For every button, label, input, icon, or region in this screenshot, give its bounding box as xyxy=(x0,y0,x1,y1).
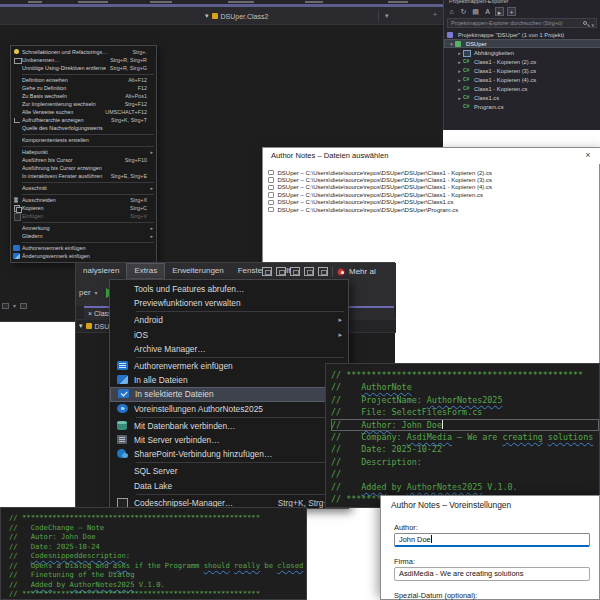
tree-item[interactable]: ▸Class1 - Kopieren (2).cs xyxy=(444,57,600,66)
close-icon[interactable]: × xyxy=(88,310,92,317)
menubar-item[interactable]: nalysieren xyxy=(76,263,126,279)
submenu-arrow-icon: ▸ xyxy=(334,316,342,324)
tree-root-solution[interactable]: Projektmappe "DSUper" (1 von 1 Projekt) xyxy=(444,30,600,39)
menu-item[interactable]: Data Lake xyxy=(110,478,348,492)
menu-item[interactable]: Aufrufhierarchie anzeigenStrg+K, Strg+T xyxy=(11,116,156,124)
file-list-item[interactable]: DSUper – C:\Users\diete\source\repos\DSU… xyxy=(268,176,596,183)
tree-item[interactable]: ▸Class1.cs xyxy=(444,93,600,102)
toolbar-separator xyxy=(332,267,333,277)
menu-item[interactable]: In interaktivem Fenster ausführenStrg+E,… xyxy=(11,172,156,180)
menu-item[interactable]: Tools und Features abrufen… xyxy=(110,282,348,296)
collapse-all-icon[interactable]: ▤ xyxy=(471,7,480,16)
sync-active-document-icon[interactable]: ▸ xyxy=(495,7,504,16)
menu-item[interactable]: KopierenStrg+C xyxy=(11,204,156,212)
file-list-item[interactable]: DSUper – C:\Users\diete\source\repos\DSU… xyxy=(268,184,596,191)
preview-selected-icon[interactable]: + xyxy=(507,7,516,16)
tree-item[interactable]: ▸Class1 - Kopieren.cs xyxy=(444,84,600,93)
file-list-item[interactable]: DSUper – C:\Users\diete\source\repos\DSU… xyxy=(268,206,596,213)
video-icon[interactable] xyxy=(276,267,286,276)
note-check-icon xyxy=(115,389,135,399)
close-icon[interactable]: × xyxy=(582,149,594,162)
menu-item[interactable]: Voreinstellungen AuthorNotes2025 xyxy=(110,402,348,416)
firma-field[interactable]: AsdiMedia - We are creating solutions xyxy=(394,567,590,581)
checkbox-unchecked[interactable] xyxy=(268,185,274,191)
menu-item[interactable]: Gehe zu DefinitionF12 xyxy=(11,84,156,92)
menu-item[interactable]: Zur Implementierung wechselnStrg+F12 xyxy=(11,100,156,108)
menu-item[interactable]: Mit Datenbank verbinden… xyxy=(110,419,348,433)
tree-project-node[interactable]: ▾DSUper xyxy=(444,39,600,48)
tree-item[interactable]: Program.cs xyxy=(444,102,600,111)
menu-item[interactable]: Änderungsvermerk einfügen xyxy=(11,252,156,260)
region-icon[interactable] xyxy=(304,267,314,276)
menu-item[interactable]: Alle Verweise suchenUMSCHALT+F12 xyxy=(11,108,156,116)
menu-item[interactable]: AusschneidenStrg+X xyxy=(11,196,156,204)
menubar-item[interactable]: Erweiterungen xyxy=(165,263,231,279)
menu-item[interactable]: In selektierte Dateien xyxy=(110,387,348,401)
code-editor-authornote[interactable]: // *************************************… xyxy=(325,363,600,508)
properties-icon[interactable]: A xyxy=(483,7,492,16)
menu-item[interactable]: EinfügenStrg+V xyxy=(11,212,156,220)
record-icon[interactable] xyxy=(337,268,345,276)
file-list-item[interactable]: DSUper – C:\Users\diete\source\repos\DSU… xyxy=(268,199,596,206)
menu-item[interactable]: Anmerkung▸ xyxy=(11,224,156,232)
menu-item[interactable]: Zu Basis wechselnAlt+Pos1 xyxy=(11,92,156,100)
menu-item[interactable]: Previewfunktionen verwalten xyxy=(110,296,348,310)
menu-item[interactable]: Gliedern▸ xyxy=(11,232,156,240)
screencast-icon[interactable] xyxy=(262,267,272,276)
menu-shortcut: Alt+F12 xyxy=(128,77,147,83)
menu-item-label: iOS xyxy=(134,330,326,340)
menubar-toolbar: Mehr al xyxy=(262,265,376,278)
tree-item[interactable]: ▸Class1 - Kopieren (3).cs xyxy=(444,66,600,75)
checkbox-unchecked[interactable] xyxy=(268,207,274,213)
menu-item[interactable]: SharePoint-Verbindung hinzufügen… xyxy=(110,447,348,461)
menu-item[interactable]: In alle Dateien xyxy=(110,373,348,387)
code-editor-codechange[interactable]: // *************************************… xyxy=(0,507,307,600)
menu-item[interactable]: Umbenennen…Strg+R, Strg+R xyxy=(11,56,156,64)
menu-item[interactable]: Schnellaktionen und Refactorings…Strg+. xyxy=(11,48,156,56)
menu-item[interactable]: Ausschnitt▸ xyxy=(11,184,156,192)
navbar-extra-icons[interactable]: + xyxy=(433,11,439,18)
menu-item[interactable]: Komponententests erstellen xyxy=(11,136,156,144)
checkbox-unchecked[interactable] xyxy=(268,170,274,176)
menu-item[interactable]: Ausführung bis Cursor erzwingen xyxy=(11,164,156,172)
type-selector-dropdown[interactable]: ▾ DSUper.Class2 xyxy=(205,10,268,22)
menu-item[interactable]: SQL Server xyxy=(110,464,348,478)
menubar-item[interactable]: Extras xyxy=(126,263,165,279)
blank-icon xyxy=(13,185,22,191)
pointer-icon[interactable] xyxy=(290,267,300,276)
mini-toolbar[interactable]: ▾ xyxy=(2,301,72,310)
file-path-label: DSUper – C:\Users\diete\source\repos\DSU… xyxy=(278,177,492,183)
checkbox-unchecked[interactable] xyxy=(268,192,274,198)
member-selector-dropdown[interactable]: ▾ xyxy=(378,10,389,22)
menu-item[interactable]: Android▸ xyxy=(110,313,348,327)
explorer-search-input[interactable]: Projektmappen-Explorer durchsuchen (Strg… xyxy=(447,18,597,28)
startup-project-combo[interactable]: per xyxy=(79,288,91,297)
checkbox-unchecked[interactable] xyxy=(268,200,274,206)
pointer-capture-icon[interactable] xyxy=(318,267,328,276)
author-field[interactable]: John Doe xyxy=(394,533,590,547)
file-list-item[interactable]: DSUper – C:\Users\diete\source\repos\DSU… xyxy=(268,169,596,176)
menu-item[interactable]: Mit Server verbinden… xyxy=(110,433,348,447)
blank-icon xyxy=(114,344,134,354)
menu-item[interactable]: Ausführen bis CursorStrg+F10 xyxy=(11,156,156,164)
menu-item[interactable]: Unnötige Using-Direktiven entfernen und … xyxy=(11,64,156,72)
tree-item[interactable]: ▸Abhängigkeiten xyxy=(444,48,600,57)
checkbox-unchecked[interactable] xyxy=(268,177,274,183)
menu-item[interactable]: Definition einsehenAlt+F12 xyxy=(11,76,156,84)
menu-item-label: Definition einsehen xyxy=(22,77,124,83)
menu-item-label: Android xyxy=(134,315,326,325)
file-list-item[interactable]: DSUper – C:\Users\diete\source\repos\DSU… xyxy=(268,191,596,198)
menu-item[interactable]: Archive Manager… xyxy=(110,342,348,356)
menu-item[interactable]: Authorenvermerk einfügen xyxy=(11,244,156,252)
menu-item[interactable]: Quelle des Nachverfolgungswerts xyxy=(11,124,156,132)
menu-item[interactable]: iOS▸ xyxy=(110,328,348,342)
tree-item[interactable]: ▸Class1 - Kopieren (4).cs xyxy=(444,75,600,84)
sync-icon[interactable]: ↻ xyxy=(459,7,468,16)
menu-item[interactable]: Authorenvermerk einfügen xyxy=(110,359,348,373)
expanded-icon: ▾ xyxy=(448,41,455,47)
extras-menu: Tools und Features abrufen…Previewfunkti… xyxy=(109,279,349,509)
menu-separator xyxy=(22,146,154,147)
home-icon[interactable]: ⌂ xyxy=(447,7,456,16)
menu-item[interactable]: Haltepunkt▸ xyxy=(11,148,156,156)
menu-item-label: Authorenvermerk einfügen xyxy=(22,245,143,251)
